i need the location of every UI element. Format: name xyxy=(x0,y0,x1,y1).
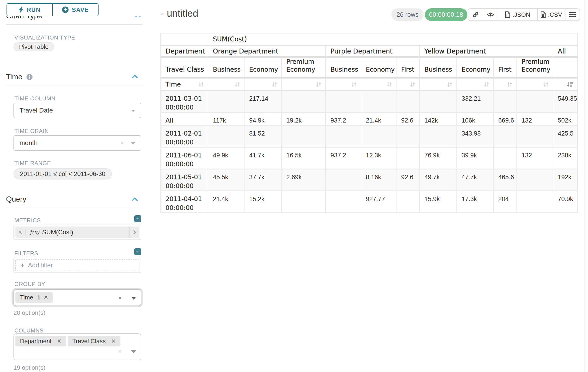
pivot-cell: 132 xyxy=(517,112,553,125)
remove-tag-icon[interactable]: ✕ xyxy=(111,338,116,344)
pivot-cell: 8.16k xyxy=(361,169,396,191)
export-json-button[interactable]: .JSON xyxy=(498,9,537,21)
clear-icon[interactable]: × xyxy=(118,294,122,302)
table-row: 2011-06-01 00:00:0049.9k41.7k16.5k937.21… xyxy=(161,147,578,169)
add-metric-button[interactable]: + xyxy=(134,215,141,222)
run-save-group: RUN SAVE xyxy=(7,3,99,16)
plus-circle-icon xyxy=(62,7,69,13)
group-header: All xyxy=(553,45,578,57)
pivot-cell: 132 xyxy=(517,147,553,169)
pivot-cell: 49.7k xyxy=(420,169,457,191)
group-by-select[interactable]: Time i ✕ × xyxy=(13,289,141,306)
scrollbar-track[interactable] xyxy=(585,0,588,372)
pivot-cell xyxy=(494,147,517,169)
collapse-chevron-icon[interactable] xyxy=(132,197,138,201)
pivot-cell: 332.21 xyxy=(457,90,494,112)
pivot-cell: 16.5k xyxy=(282,147,326,169)
query-timer-badge: 00:00:00.18 xyxy=(425,8,467,21)
metric-pill[interactable]: ✕ ƒ(x) SUM(Cost) xyxy=(15,226,139,238)
columns-tag[interactable]: Travel Class ✕ xyxy=(68,336,120,346)
explore-view: Chart Type RUN SAVE VISUALIZATION TYPE P… xyxy=(0,0,588,372)
columns-tag[interactable]: Department ✕ xyxy=(15,336,66,346)
group-header: Orange Department xyxy=(208,45,326,57)
embed-code-button[interactable]: </> xyxy=(483,9,497,21)
pivot-cell: 76.9k xyxy=(420,147,457,169)
sort-header[interactable] xyxy=(244,78,282,90)
sort-header[interactable] xyxy=(553,78,578,90)
time-sort-header[interactable]: Time xyxy=(161,78,208,90)
table-row: All117k94.9k19.2k937.221.4k92.6142k106k6… xyxy=(161,112,578,125)
pivot-cell xyxy=(396,90,420,112)
pivot-cell xyxy=(326,125,361,147)
chevron-down-icon xyxy=(131,110,135,112)
row-dim-header: Travel Class xyxy=(161,57,208,78)
menu-button[interactable] xyxy=(565,9,580,21)
sort-header[interactable] xyxy=(361,78,396,90)
pivot-cell: 81.52 xyxy=(244,125,282,147)
pivot-cell: 92.6 xyxy=(396,112,420,125)
collapse-chevron-icon[interactable] xyxy=(132,74,138,79)
time-column-select[interactable]: Travel Date xyxy=(13,103,141,118)
save-button[interactable]: SAVE xyxy=(52,4,98,16)
remove-metric-icon[interactable]: ✕ xyxy=(15,229,26,235)
pivot-cell: 2.69k xyxy=(282,169,326,191)
row-header: 2011-06-01 00:00:00 xyxy=(161,147,208,169)
remove-tag-icon[interactable]: ✕ xyxy=(44,294,48,301)
pivot-cell: 502k xyxy=(553,112,578,125)
query-section-title: Query xyxy=(6,195,26,203)
pivot-cell: 21.4k xyxy=(208,191,244,213)
add-filter-button[interactable]: + Add filter xyxy=(15,259,139,271)
pivot-cell: 15.9k xyxy=(420,191,457,213)
pivot-cell xyxy=(396,147,420,169)
pivot-cell: 19.2k xyxy=(282,112,326,125)
col-dim-header: Department xyxy=(161,45,208,57)
info-icon xyxy=(27,74,32,80)
viz-type-pill[interactable]: Pivot Table xyxy=(13,42,54,51)
expand-metric-icon[interactable] xyxy=(129,226,139,238)
columns-label: COLUMNS xyxy=(14,327,44,334)
sort-header[interactable] xyxy=(208,78,244,90)
share-link-button[interactable] xyxy=(468,9,483,21)
plus-icon: + xyxy=(21,262,24,269)
time-grain-select[interactable]: month × xyxy=(13,135,141,151)
sort-header[interactable] xyxy=(326,78,361,90)
time-range-pill[interactable]: 2011-01-01 ≤ col < 2011-06-30 xyxy=(13,168,112,180)
pivot-cell xyxy=(494,90,517,112)
pivot-cell: 669.6 xyxy=(494,112,517,125)
sort-header[interactable] xyxy=(282,78,326,90)
add-filter-plus-button[interactable]: + xyxy=(134,248,141,255)
chart-title[interactable]: - untitled xyxy=(161,8,198,19)
pivot-cell: 937.2 xyxy=(326,147,361,169)
clear-icon[interactable]: × xyxy=(118,348,122,355)
run-button[interactable]: RUN xyxy=(7,4,52,16)
pivot-cell: 12.3k xyxy=(361,147,396,169)
pivot-cell: 17.3k xyxy=(457,191,494,213)
row-header: 2011-04-01 00:00:00 xyxy=(161,191,208,213)
pivot-cell: 217.14 xyxy=(244,90,282,112)
chevron-down-icon xyxy=(131,297,136,300)
metrics-field: ✕ ƒ(x) SUM(Cost) xyxy=(13,225,141,240)
class-header: Economy xyxy=(457,57,494,78)
sort-header[interactable] xyxy=(517,78,553,90)
sort-header[interactable] xyxy=(420,78,457,90)
columns-select[interactable]: Department ✕ Travel Class ✕ × xyxy=(13,333,141,360)
sort-header[interactable] xyxy=(457,78,494,90)
metric-header: SUM(Cost) xyxy=(208,33,578,45)
pivot-cell xyxy=(208,90,244,112)
clear-icon[interactable]: × xyxy=(121,139,124,147)
pivot-cell: 21.4k xyxy=(361,112,396,125)
filters-field: + Add filter xyxy=(13,258,141,273)
class-header xyxy=(553,57,578,78)
class-header: Premium Economy xyxy=(517,57,553,78)
sort-header[interactable] xyxy=(494,78,517,90)
export-csv-button[interactable]: .CSV xyxy=(537,9,565,21)
pivot-table-wrap: SUM(Cost)DepartmentOrange DepartmentPurp… xyxy=(160,33,578,213)
pivot-table: SUM(Cost)DepartmentOrange DepartmentPurp… xyxy=(160,33,578,213)
pivot-cell: 927.77 xyxy=(361,191,396,213)
sort-header[interactable] xyxy=(396,78,420,90)
viz-type-label: VISUALIZATION TYPE xyxy=(14,34,75,41)
chart-panel: - untitled 26 rows 00:00:00.18 </> .JSON… xyxy=(149,0,588,372)
group-by-tag[interactable]: Time i ✕ xyxy=(15,292,53,303)
pivot-cell: 343.98 xyxy=(457,125,494,147)
remove-tag-icon[interactable]: ✕ xyxy=(57,338,62,344)
